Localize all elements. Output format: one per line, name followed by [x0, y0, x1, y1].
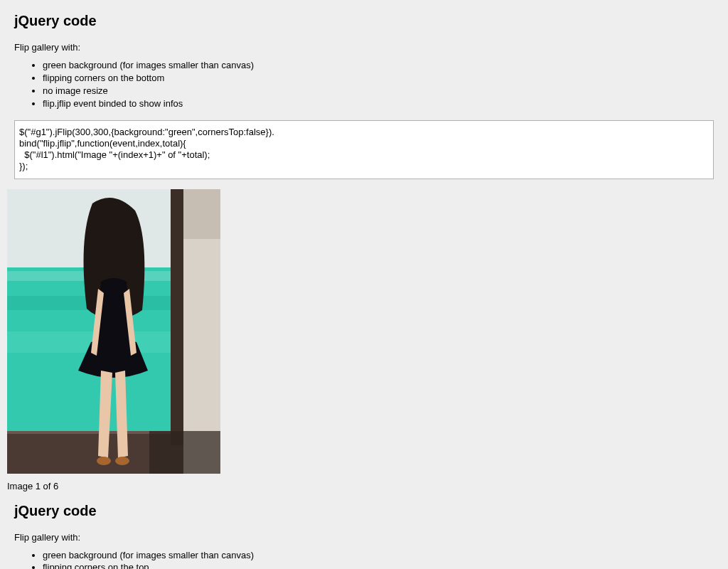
- gallery-status: Image 1 of 6: [7, 481, 714, 491]
- svg-rect-10: [149, 431, 220, 474]
- svg-point-11: [97, 457, 111, 465]
- list-item: no image resize: [43, 85, 714, 97]
- list-item: flipping corners on the top: [43, 562, 714, 569]
- svg-point-12: [115, 457, 129, 465]
- section2-heading: jQuery code: [14, 503, 714, 519]
- flip-gallery[interactable]: [7, 189, 220, 474]
- section2-intro: Flip gallery with:: [14, 532, 714, 543]
- list-item: green background (for images smaller tha…: [43, 60, 714, 72]
- section1-bullet-list: green background (for images smaller tha…: [14, 60, 714, 110]
- section1-heading: jQuery code: [14, 13, 714, 29]
- gallery-image: [7, 189, 220, 474]
- section2-bullet-list: green background (for images smaller tha…: [14, 550, 714, 569]
- list-item: green background (for images smaller tha…: [43, 550, 714, 562]
- list-item: flipping corners on the bottom: [43, 73, 714, 85]
- code-block-1: $("#g1").jFlip(300,300,{background:"gree…: [14, 120, 714, 179]
- svg-rect-9: [183, 189, 220, 239]
- svg-rect-7: [171, 189, 183, 445]
- section1-intro: Flip gallery with:: [14, 42, 714, 53]
- list-item: flip.jflip event binded to show infos: [43, 98, 714, 110]
